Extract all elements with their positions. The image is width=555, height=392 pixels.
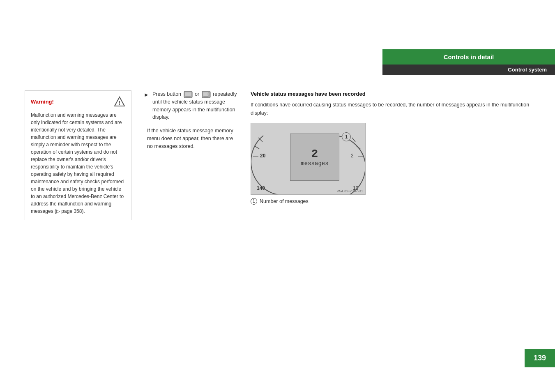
button-icon-2 <box>202 91 211 98</box>
image-ref: P54.32-2357-31 <box>336 189 363 193</box>
page-number: 139 <box>534 354 546 362</box>
circle-annotation-1: 1 <box>342 132 351 141</box>
messages-text: messages <box>301 160 328 167</box>
messages-number: 2 <box>311 148 318 160</box>
button-icon-1 <box>184 91 193 98</box>
bullet-text-2: If the vehicle status message memory men… <box>147 127 238 150</box>
section-text: If conditions have occurred causing stat… <box>251 101 539 117</box>
warning-box: Warning! ! Malfunction and warning messa… <box>25 90 131 220</box>
header-area: Controls in detail Control system <box>382 49 555 75</box>
caption-circle-number: 1 <box>253 199 255 203</box>
main-content: Warning! ! Malfunction and warning messa… <box>25 90 539 220</box>
svg-rect-3 <box>185 92 191 96</box>
svg-line-15 <box>356 146 360 149</box>
svg-text:2: 2 <box>351 153 354 159</box>
caption-row: 1 Number of messages <box>251 198 539 205</box>
triangle-warning-icon: ! <box>114 96 125 107</box>
caption-circle-1: 1 <box>251 198 257 205</box>
svg-text:20: 20 <box>260 153 266 159</box>
right-column: Vehicle status messages have been record… <box>251 90 539 220</box>
control-system-label: Control system <box>508 67 547 73</box>
warning-text: Malfunction and warning messages are onl… <box>31 111 125 215</box>
section-title: Vehicle status messages have been record… <box>251 90 539 98</box>
controls-in-detail-label: Controls in detail <box>444 53 494 60</box>
dashboard-image: 20 140 2 10 2 messages 1 P54.32-2357-31 <box>251 123 366 195</box>
warning-icon: ! <box>114 96 125 107</box>
bullet-item-1: ► Press button or repeatedly until the v… <box>144 90 238 121</box>
middle-column: ► Press button or repeatedly until the v… <box>144 90 238 220</box>
bullet-text-1: Press button or repeatedly until the veh… <box>152 90 238 121</box>
bullet-item-2: If the vehicle status message memory men… <box>144 127 238 150</box>
controls-in-detail-bar: Controls in detail <box>382 49 555 65</box>
svg-text:140: 140 <box>257 185 265 191</box>
svg-rect-7 <box>208 93 210 95</box>
control-system-bar: Control system <box>382 65 555 75</box>
caption-text: Number of messages <box>260 198 309 204</box>
left-column: Warning! ! Malfunction and warning messa… <box>25 90 131 220</box>
center-display: 2 messages <box>290 134 339 181</box>
svg-line-16 <box>352 138 355 142</box>
svg-text:!: ! <box>119 100 120 106</box>
page-number-box: 139 <box>525 349 555 367</box>
bullet-arrow-1: ► <box>144 91 149 121</box>
warning-header: Warning! ! <box>31 96 125 107</box>
svg-line-10 <box>254 146 259 149</box>
warning-title: Warning! <box>31 99 54 105</box>
